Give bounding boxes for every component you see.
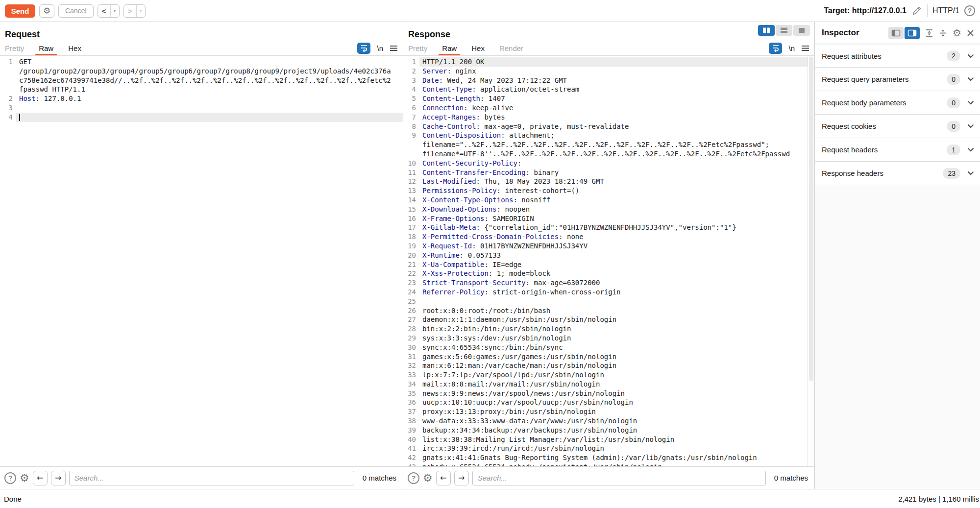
edit-target-pencil-icon[interactable] [911, 5, 922, 16]
line-text: Content-Security-Policy: [419, 159, 808, 168]
expand-all-icon[interactable] [925, 29, 933, 37]
line-number: 10 [403, 159, 419, 168]
back-dropdown-icon[interactable]: ▾ [111, 5, 119, 17]
response-tab-pretty[interactable]: Pretty [408, 41, 427, 55]
search-prev-button[interactable]: ← [33, 471, 48, 485]
request-tabs: PrettyRawHex [5, 41, 96, 55]
search-help-icon[interactable]: ? [4, 472, 16, 484]
response-header: Response [403, 22, 814, 41]
inspector-sections: Request attributes2Request query paramet… [815, 44, 980, 185]
line-number: 30 [403, 343, 419, 352]
inspector-section-request-headers[interactable]: Request headers1 [815, 138, 980, 162]
response-scrollbar[interactable] [808, 56, 814, 466]
dock-left-button[interactable] [888, 27, 904, 39]
inspector-section-request-query-parameters[interactable]: Request query parameters0 [815, 68, 980, 91]
show-newlines-button[interactable]: \n [377, 44, 383, 52]
layout-single-button[interactable] [793, 25, 810, 36]
forward-dropdown-icon: ▾ [137, 5, 145, 17]
gear-icon: ⚙ [43, 7, 50, 15]
status-bar: Done 2,421 bytes | 1,160 millis [0, 489, 980, 508]
send-settings-gear-button[interactable]: ⚙ [39, 4, 54, 18]
editor-line: 3 [0, 103, 403, 113]
line-text: Content-Type: application/octet-stream [419, 85, 808, 94]
line-text: Accept-Ranges: bytes [419, 113, 808, 122]
response-title: Response [408, 29, 450, 40]
inspector-section-request-cookies[interactable]: Request cookies0 [815, 115, 980, 138]
editor-line: 13Permissions-Policy: interest-cohort=() [403, 186, 808, 195]
help-icon[interactable]: ? [964, 5, 975, 16]
line-text: man:x:6:12:man:/var/cache/man:/usr/sbin/… [419, 361, 808, 370]
section-label: Request body parameters [822, 98, 942, 107]
line-text: Connection: keep-alive [419, 103, 808, 113]
line-text: Strict-Transport-Security: max-age=63072… [419, 278, 808, 288]
editor-line: 22X-Xss-Protection: 1; mode=block [403, 269, 808, 278]
request-tab-hex[interactable]: Hex [68, 41, 81, 55]
request-editor[interactable]: 1GET /group1/group2/group3/group4/group5… [0, 56, 403, 466]
layout-columns-button[interactable] [758, 25, 775, 36]
history-back-button[interactable]: < ▾ [98, 4, 120, 18]
show-newlines-button[interactable]: \n [788, 44, 795, 52]
send-button[interactable]: Send [5, 4, 35, 18]
editor-line: 38www-data:x:33:33:www-data:/var/www:/us… [403, 416, 808, 426]
scrollbar-thumb[interactable] [809, 57, 813, 381]
request-tab-pretty[interactable]: Pretty [5, 41, 24, 55]
inspector-close-icon[interactable] [967, 29, 974, 37]
editor-line: 11Content-Transfer-Encoding: binary [403, 168, 808, 177]
header-name: X-Download-Options [422, 205, 497, 213]
line-number: 42 [403, 453, 419, 462]
line-number: 36 [403, 398, 419, 407]
collapse-all-icon[interactable] [939, 29, 947, 37]
chevron-down-icon[interactable] [967, 54, 974, 58]
inspector-settings-gear-icon[interactable]: ⚙ [953, 28, 961, 38]
request-search-input[interactable] [69, 471, 354, 485]
line-number: 21 [403, 260, 419, 269]
back-arrow-icon[interactable]: < [98, 5, 111, 17]
http-version-selector[interactable]: HTTP/1 [932, 6, 959, 15]
editor-line: 9Content-Disposition: attachment; filena… [403, 131, 808, 158]
section-count-badge: 1 [947, 145, 960, 155]
line-text: bin:x:2:2:bin:/bin:/usr/sbin/nologin [419, 324, 808, 334]
line-text: Permissions-Policy: interest-cohort=() [419, 186, 808, 195]
inspector-section-request-body-parameters[interactable]: Request body parameters0 [815, 91, 980, 115]
editor-line: 2Host: 127.0.0.1 [0, 94, 403, 103]
search-help-icon[interactable]: ? [408, 472, 419, 484]
word-wrap-toggle-button[interactable] [357, 43, 370, 54]
word-wrap-toggle-button[interactable] [769, 43, 782, 54]
response-tab-render[interactable]: Render [499, 41, 523, 55]
inspector-title: Inspector [822, 28, 859, 38]
chevron-down-icon[interactable] [967, 171, 974, 175]
editor-line: 34mail:x:8:8:mail:/var/mail:/usr/sbin/no… [403, 380, 808, 389]
search-next-button[interactable]: → [51, 471, 66, 485]
line-number: 1 [403, 57, 419, 67]
chevron-down-icon[interactable] [967, 100, 974, 105]
search-prev-button[interactable]: ← [436, 471, 451, 485]
cancel-button[interactable]: Cancel [58, 4, 94, 18]
line-number: 3 [403, 76, 419, 85]
response-editor[interactable]: 1HTTP/1.1 200 OK2Server: nginx3Date: Wed… [403, 56, 808, 466]
chevron-down-icon[interactable] [967, 124, 974, 128]
chevron-down-icon[interactable] [967, 147, 974, 152]
menu-hamburger-icon[interactable] [801, 45, 809, 51]
inspector-panel: Inspector ⚙ [814, 22, 980, 489]
target-label: Target: http://127.0.0.1 [824, 6, 906, 15]
search-settings-gear-icon[interactable]: ⚙ [423, 473, 433, 484]
editor-line: 32man:x:6:12:man:/var/cache/man:/usr/sbi… [403, 361, 808, 370]
search-settings-gear-icon[interactable]: ⚙ [20, 473, 29, 484]
search-next-button[interactable]: → [454, 471, 469, 485]
inspector-section-request-attributes[interactable]: Request attributes2 [815, 44, 980, 68]
header-name: X-Permitted-Cross-Domain-Policies [422, 233, 559, 241]
chevron-down-icon[interactable] [967, 77, 974, 81]
response-tab-raw[interactable]: Raw [442, 41, 457, 55]
line-text: Cache-Control: max-age=0, private, must-… [419, 122, 808, 131]
line-text: X-Runtime: 0.057133 [419, 251, 808, 260]
request-tab-raw[interactable]: Raw [39, 41, 53, 55]
menu-hamburger-icon[interactable] [390, 45, 398, 51]
history-forward-button[interactable]: > ▾ [123, 4, 146, 18]
dock-right-button[interactable] [905, 27, 920, 39]
inspector-section-response-headers[interactable]: Response headers23 [815, 162, 980, 185]
editor-line: 29sys:x:3:3:sys:/dev:/usr/sbin/nologin [403, 334, 808, 343]
response-search-input[interactable] [472, 471, 766, 485]
response-tab-hex[interactable]: Hex [471, 41, 485, 55]
layout-rows-button[interactable] [776, 25, 792, 36]
line-text: X-Permitted-Cross-Domain-Policies: none [419, 232, 808, 242]
